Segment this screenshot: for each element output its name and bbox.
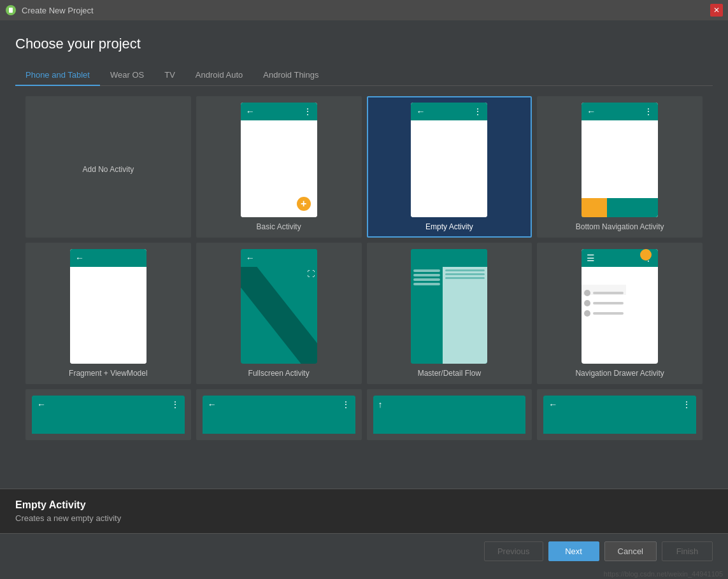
tab-phone-tablet[interactable]: Phone and Tablet bbox=[15, 65, 100, 86]
template-card-partial-3[interactable]: ↑ bbox=[367, 389, 532, 440]
fullscreen-label: Fullscreen Activity bbox=[248, 369, 310, 378]
empty-activity-body bbox=[411, 120, 487, 217]
bottom-nav-bar bbox=[582, 198, 658, 217]
template-card-empty-activity[interactable]: ← ⋮ Empty Activity bbox=[367, 96, 532, 238]
nd-line bbox=[593, 312, 624, 315]
empty-activity-preview: ← ⋮ bbox=[411, 103, 487, 217]
cancel-button[interactable]: Cancel bbox=[604, 541, 657, 561]
menu-dots-icon3: ⋮ bbox=[644, 106, 653, 117]
nd-drawer-item bbox=[584, 300, 624, 306]
nd-line bbox=[593, 302, 624, 304]
md-detail bbox=[443, 267, 487, 364]
empty-activity-label: Empty Activity bbox=[425, 222, 473, 231]
partial-dots-icon: ⋮ bbox=[171, 399, 180, 410]
template-card-navigation-drawer[interactable]: ☰ ⋮ bbox=[537, 243, 703, 384]
tab-bar: Phone and Tablet Wear OS TV Android Auto… bbox=[15, 65, 713, 86]
md-list-item bbox=[413, 269, 440, 272]
md-list-item bbox=[413, 274, 440, 276]
back-arrow-icon5: ← bbox=[246, 253, 255, 263]
md-header bbox=[411, 249, 487, 267]
dialog-heading: Choose your project bbox=[15, 36, 713, 52]
fullscreen-diagonal-svg bbox=[241, 267, 317, 364]
nd-fab bbox=[640, 249, 652, 261]
basic-activity-preview: ← ⋮ + bbox=[241, 103, 317, 217]
md-list-item bbox=[413, 278, 440, 281]
no-activity-label: Add No Activity bbox=[83, 165, 134, 174]
md-detail-line bbox=[445, 277, 485, 279]
nd-drawer-item bbox=[584, 310, 624, 317]
template-card-master-detail[interactable]: Master/Detail Flow bbox=[367, 243, 532, 384]
template-card-partial-4[interactable]: ← ⋮ bbox=[537, 389, 703, 440]
fragment-body bbox=[70, 267, 146, 364]
md-list-item bbox=[413, 283, 440, 285]
nd-drawer-item bbox=[584, 290, 624, 296]
close-button[interactable]: ✕ bbox=[710, 4, 723, 17]
bottom-nav-preview: ← ⋮ bbox=[582, 103, 658, 217]
selected-template-desc: Creates a new empty activity bbox=[15, 513, 713, 523]
nd-dot bbox=[584, 300, 590, 306]
fragment-preview: ← bbox=[70, 249, 146, 364]
partial-back-icon: ← bbox=[37, 399, 46, 410]
partial-back-icon3: ← bbox=[548, 399, 557, 410]
bottom-nav-label: Bottom Navigation Activity bbox=[576, 222, 664, 231]
tab-tv[interactable]: TV bbox=[154, 65, 185, 86]
partial-up-icon: ↑ bbox=[378, 399, 383, 410]
template-card-partial-1[interactable]: ← ⋮ bbox=[25, 389, 191, 440]
master-detail-preview bbox=[411, 249, 487, 364]
basic-activity-label: Basic Activity bbox=[257, 222, 301, 231]
template-card-no-activity[interactable]: Add No Activity bbox=[25, 96, 191, 238]
partial-dots-icon3: ⋮ bbox=[682, 399, 691, 410]
template-card-partial-2[interactable]: ← ⋮ bbox=[196, 389, 362, 440]
selected-template-title: Empty Activity bbox=[15, 499, 713, 511]
nd-line bbox=[593, 292, 624, 294]
svg-line-2 bbox=[241, 267, 317, 364]
master-detail-label: Master/Detail Flow bbox=[418, 369, 481, 378]
button-bar: Previous Next Cancel Finish bbox=[0, 533, 728, 569]
title-bar-text: Create New Project bbox=[22, 6, 705, 15]
tab-android-things[interactable]: Android Things bbox=[253, 65, 329, 86]
template-card-fullscreen[interactable]: ← ⛶ Fullscreen Activity bbox=[196, 243, 362, 384]
partial-preview-1: ← ⋮ bbox=[32, 396, 185, 434]
navigation-drawer-label: Navigation Drawer Activity bbox=[575, 369, 664, 378]
partial-header-1: ← ⋮ bbox=[32, 396, 185, 413]
tab-wear-os[interactable]: Wear OS bbox=[100, 65, 154, 86]
partial-back-icon2: ← bbox=[208, 399, 217, 410]
next-button[interactable]: Next bbox=[548, 541, 599, 561]
partial-preview-3: ↑ bbox=[373, 396, 526, 434]
nd-dot bbox=[584, 290, 590, 296]
menu-dots-icon: ⋮ bbox=[303, 106, 312, 117]
template-grid: Add No Activity ← ⋮ + Basic Activity ← ⋮ bbox=[15, 86, 713, 489]
expand-icon: ⛶ bbox=[307, 269, 315, 278]
md-body bbox=[411, 267, 487, 364]
md-detail-line bbox=[445, 269, 485, 271]
app-icon bbox=[5, 4, 17, 16]
previous-button[interactable]: Previous bbox=[484, 541, 543, 561]
nd-dot bbox=[584, 310, 590, 317]
bottom-section: Empty Activity Creates a new empty activ… bbox=[0, 489, 728, 533]
fab-icon: + bbox=[297, 197, 311, 211]
md-list bbox=[411, 267, 443, 364]
title-bar: Create New Project ✕ bbox=[0, 0, 728, 20]
svg-rect-1 bbox=[9, 8, 13, 13]
nav-drawer-preview: ☰ ⋮ bbox=[582, 249, 658, 364]
partial-header-3: ↑ bbox=[373, 396, 526, 413]
partial-header-2: ← ⋮ bbox=[203, 396, 355, 413]
fullscreen-preview: ← ⛶ bbox=[241, 249, 317, 364]
partial-header-4: ← ⋮ bbox=[543, 396, 696, 413]
back-arrow-icon4: ← bbox=[75, 253, 84, 263]
back-arrow-icon2: ← bbox=[416, 106, 425, 117]
template-card-bottom-navigation[interactable]: ← ⋮ Bottom Navigation Activity bbox=[537, 96, 703, 238]
watermark: https://blog.csdn.net/weixin_44941105 bbox=[0, 569, 728, 579]
partial-dots-icon2: ⋮ bbox=[341, 399, 350, 410]
finish-button[interactable]: Finish bbox=[662, 541, 713, 561]
nd-menu-icon: ☰ bbox=[587, 253, 595, 263]
bottom-nav-selected bbox=[582, 198, 607, 217]
fragment-label: Fragment + ViewModel bbox=[69, 369, 148, 378]
md-detail-line bbox=[445, 273, 485, 275]
partial-preview-4: ← ⋮ bbox=[543, 396, 696, 434]
template-card-fragment-viewmodel[interactable]: ← Fragment + ViewModel bbox=[25, 243, 191, 384]
back-arrow-icon3: ← bbox=[587, 106, 596, 117]
menu-dots-icon2: ⋮ bbox=[473, 106, 482, 117]
tab-android-auto[interactable]: Android Auto bbox=[185, 65, 253, 86]
template-card-basic-activity[interactable]: ← ⋮ + Basic Activity bbox=[196, 96, 362, 238]
